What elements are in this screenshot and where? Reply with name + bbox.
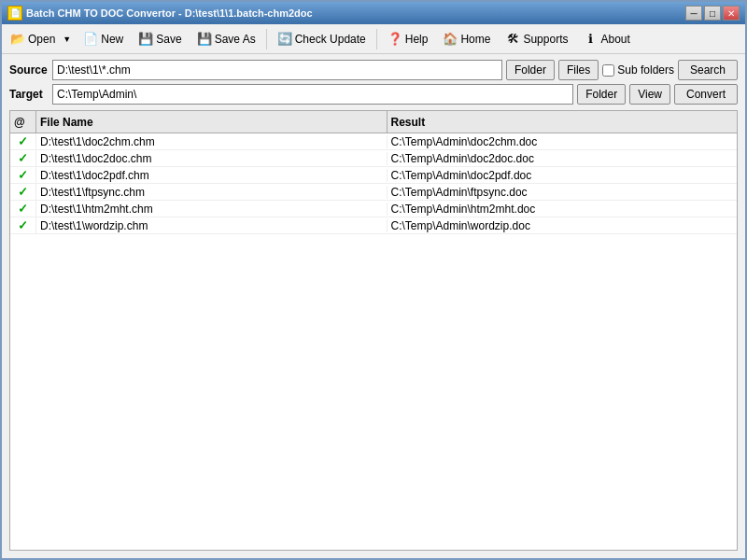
col-filename: File Name	[36, 111, 388, 133]
source-input[interactable]	[52, 60, 502, 80]
title-bar: 📄 Batch CHM TO DOC Convertor - D:\test\1…	[2, 2, 745, 24]
about-icon: ℹ	[583, 32, 598, 47]
search-button[interactable]: Search	[678, 60, 738, 80]
home-button[interactable]: 🏠 Home	[436, 28, 497, 50]
app-icon: 📄	[7, 6, 22, 21]
close-button[interactable]: ✕	[723, 6, 740, 21]
row-status: ✓	[10, 133, 36, 149]
row-status: ✓	[10, 184, 36, 200]
main-window: 📄 Batch CHM TO DOC Convertor - D:\test\1…	[0, 0, 747, 560]
save-button[interactable]: 💾 Save	[132, 28, 188, 50]
toolbar: 📂 Open ▼ 📄 New 💾 Save 💾 Save As 🔄 Check …	[2, 24, 745, 54]
help-button[interactable]: ❓ Help	[381, 28, 435, 50]
home-label: Home	[460, 33, 490, 46]
check-update-label: Check Update	[295, 33, 366, 46]
source-label: Source	[9, 63, 49, 77]
row-filename: D:\test\1\doc2pdf.chm	[36, 169, 388, 182]
row-result: C:\Temp\Admin\wordzip.doc	[388, 219, 738, 232]
separator-2	[376, 29, 377, 49]
supports-button[interactable]: 🛠 Supports	[499, 28, 574, 50]
row-result: C:\Temp\Admin\doc2doc.doc	[388, 152, 738, 165]
table-body: ✓ D:\test\1\doc2chm.chm C:\Temp\Admin\do…	[10, 133, 737, 550]
new-button[interactable]: 📄 New	[77, 28, 130, 50]
title-bar-controls: ─ □ ✕	[685, 6, 740, 21]
row-result: C:\Temp\Admin\htm2mht.doc	[388, 203, 738, 216]
supports-label: Supports	[523, 33, 568, 46]
table-row[interactable]: ✓ D:\test\1\htm2mht.chm C:\Temp\Admin\ht…	[10, 201, 737, 217]
save-label: Save	[156, 33, 181, 46]
new-label: New	[101, 33, 123, 46]
save-as-icon: 💾	[197, 32, 212, 47]
row-status: ✓	[10, 201, 36, 217]
target-input[interactable]	[52, 84, 573, 105]
row-result: C:\Temp\Admin\doc2pdf.doc	[388, 169, 738, 182]
open-dropdown-button[interactable]: ▼	[59, 28, 75, 50]
help-icon: ❓	[388, 32, 402, 47]
table-header: @ File Name Result	[10, 111, 737, 133]
minimize-button[interactable]: ─	[685, 6, 702, 21]
about-button[interactable]: ℹ About	[576, 28, 636, 50]
window-title: Batch CHM TO DOC Convertor - D:\test\1\1…	[26, 7, 313, 19]
source-files-button[interactable]: Files	[558, 60, 599, 80]
restore-button[interactable]: □	[704, 6, 721, 21]
target-row: Target Folder View Convert	[9, 84, 738, 105]
table-row[interactable]: ✓ D:\test\1\doc2chm.chm C:\Temp\Admin\do…	[10, 133, 737, 150]
title-bar-left: 📄 Batch CHM TO DOC Convertor - D:\test\1…	[7, 6, 313, 21]
about-label: About	[600, 33, 629, 46]
row-filename: D:\test\1\wordzip.chm	[36, 219, 388, 232]
table-row[interactable]: ✓ D:\test\1\wordzip.chm C:\Temp\Admin\wo…	[10, 217, 737, 234]
open-label: Open	[28, 33, 55, 46]
check-update-icon: 🔄	[277, 32, 292, 47]
home-icon: 🏠	[443, 32, 458, 47]
open-button-group[interactable]: 📂 Open ▼	[6, 28, 75, 50]
row-filename: D:\test\1\doc2chm.chm	[36, 135, 388, 148]
convert-button[interactable]: Convert	[674, 84, 738, 105]
table-row[interactable]: ✓ D:\test\1\doc2doc.chm C:\Temp\Admin\do…	[10, 150, 737, 167]
source-row: Source Folder Files Sub folders Search	[9, 60, 738, 80]
col-result: Result	[388, 111, 738, 133]
col-at: @	[10, 111, 36, 133]
source-extras: Sub folders	[602, 63, 674, 77]
source-target-area: Source Folder Files Sub folders Search T…	[2, 54, 745, 110]
check-update-button[interactable]: 🔄 Check Update	[271, 28, 373, 50]
row-status: ✓	[10, 167, 36, 183]
save-icon: 💾	[138, 32, 153, 47]
open-icon: 📂	[10, 32, 25, 47]
open-button[interactable]: 📂 Open	[6, 28, 59, 50]
supports-icon: 🛠	[505, 32, 520, 47]
source-folder-button[interactable]: Folder	[506, 60, 555, 80]
target-label: Target	[9, 88, 49, 101]
row-filename: D:\test\1\doc2doc.chm	[36, 152, 388, 165]
target-view-button[interactable]: View	[629, 84, 670, 105]
table-row[interactable]: ✓ D:\test\1\doc2pdf.chm C:\Temp\Admin\do…	[10, 167, 737, 184]
help-label: Help	[405, 33, 429, 46]
row-result: C:\Temp\Admin\ftpsync.doc	[388, 186, 738, 199]
row-status: ✓	[10, 150, 36, 166]
target-folder-button[interactable]: Folder	[577, 84, 626, 105]
subfolders-label: Sub folders	[602, 63, 674, 77]
subfolders-text: Sub folders	[617, 63, 674, 77]
row-result: C:\Temp\Admin\doc2chm.doc	[388, 135, 738, 148]
row-filename: D:\test\1\ftpsync.chm	[36, 186, 388, 199]
save-as-label: Save As	[215, 33, 256, 46]
separator-1	[266, 29, 267, 49]
save-as-button[interactable]: 💾 Save As	[190, 28, 262, 50]
row-status: ✓	[10, 217, 36, 233]
file-table: @ File Name Result ✓ D:\test\1\doc2chm.c…	[9, 110, 738, 551]
new-icon: 📄	[83, 32, 98, 47]
table-row[interactable]: ✓ D:\test\1\ftpsync.chm C:\Temp\Admin\ft…	[10, 184, 737, 201]
subfolders-checkbox[interactable]	[602, 64, 614, 77]
row-filename: D:\test\1\htm2mht.chm	[36, 203, 388, 216]
